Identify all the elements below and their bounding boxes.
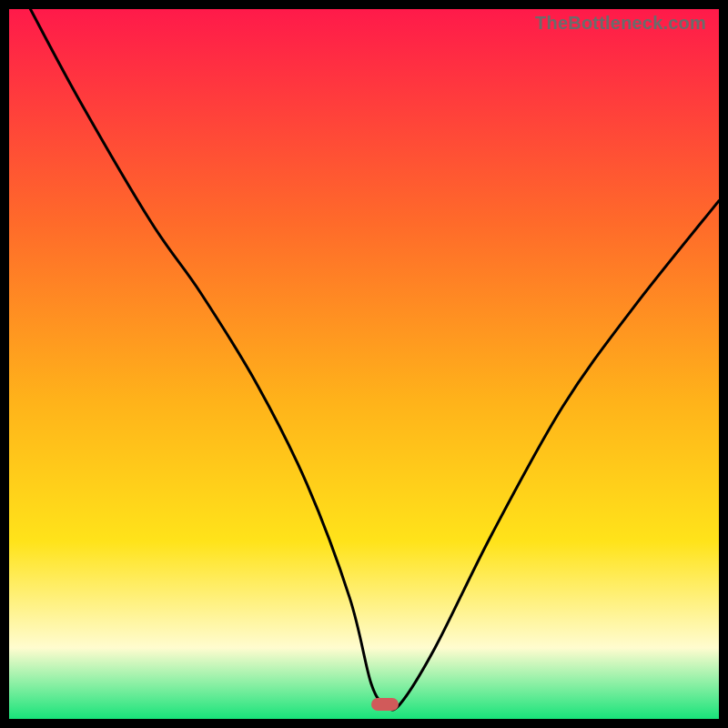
gradient-background xyxy=(9,9,719,719)
bottleneck-chart xyxy=(9,9,719,719)
optimal-marker-icon xyxy=(371,698,399,711)
watermark-text: TheBottleneck.com xyxy=(535,13,706,34)
chart-frame: TheBottleneck.com xyxy=(9,9,719,719)
